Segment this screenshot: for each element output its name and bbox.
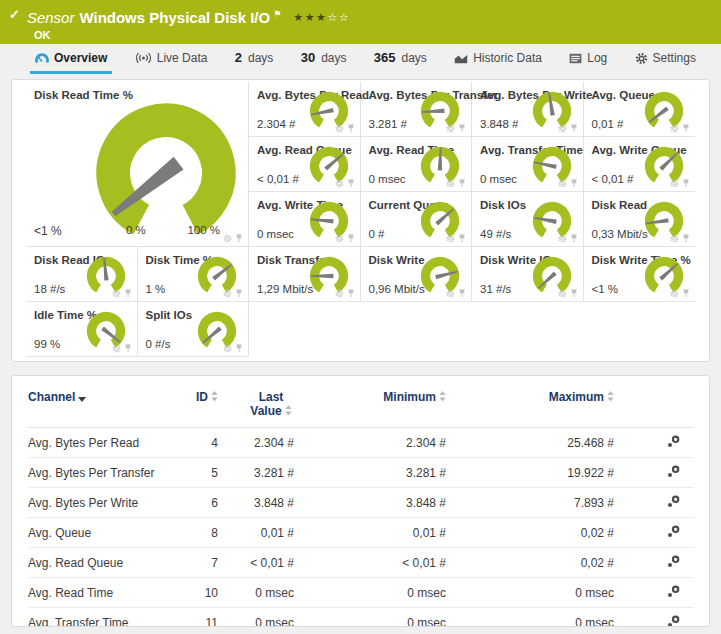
gear-icon[interactable]	[223, 289, 232, 298]
gear-icon[interactable]	[558, 234, 567, 243]
tab-live-data[interactable]: Live Data	[130, 48, 213, 74]
pin-icon[interactable]	[347, 289, 355, 298]
column-header-id[interactable]: ID	[180, 378, 218, 428]
gauge-tile: Disk Time %1 %	[138, 247, 250, 302]
flag-icon[interactable]: ⚑	[273, 9, 281, 19]
gauge-corner-icons	[446, 234, 466, 243]
pin-icon[interactable]	[570, 289, 578, 298]
gear-icon[interactable]	[670, 179, 679, 188]
gear-icon[interactable]	[670, 234, 679, 243]
priority-stars[interactable]: ★★★☆☆	[293, 11, 350, 23]
cell-id: 10	[180, 578, 218, 608]
channel-settings-icon[interactable]	[667, 435, 680, 448]
pin-icon[interactable]	[570, 234, 578, 243]
pin-icon[interactable]	[682, 124, 690, 133]
column-label: Maximum	[549, 390, 604, 404]
channel-settings-icon[interactable]	[667, 555, 680, 568]
tab-label: days	[402, 51, 427, 65]
gear-icon[interactable]	[112, 344, 121, 353]
gear-icon[interactable]	[446, 124, 455, 133]
column-header-min[interactable]: Minimum	[294, 378, 446, 428]
gear-icon[interactable]	[670, 289, 679, 298]
gauge-corner-icons	[335, 234, 355, 243]
gauge-tile: Avg. Bytes Per Read2.304 #	[249, 82, 361, 137]
pin-icon[interactable]	[570, 179, 578, 188]
gauge-value: 2.304 #	[257, 118, 295, 130]
sensor-status-text: OK	[34, 29, 350, 41]
sensor-status-header: ✓ SensorWindows Physical Disk I/O⚑★★★☆☆ …	[0, 0, 721, 44]
gear-icon[interactable]	[558, 179, 567, 188]
column-header-channel[interactable]: Channel	[28, 378, 180, 428]
pin-icon[interactable]	[570, 124, 578, 133]
tab-365-days[interactable]: 365days	[369, 47, 432, 74]
tab-log[interactable]: Log	[564, 48, 612, 74]
gauge-title: Disk Write	[369, 254, 425, 266]
gauge-tile: Avg. Write Queue< 0,01 #	[584, 137, 696, 192]
column-header-max[interactable]: Maximum	[446, 378, 614, 428]
pin-icon[interactable]	[458, 289, 466, 298]
cell-max: 0 msec	[446, 578, 614, 608]
gear-icon[interactable]	[335, 124, 344, 133]
star-filled-icon[interactable]: ★	[316, 11, 327, 23]
column-header-last[interactable]: Last Value	[218, 378, 294, 428]
gear-icon[interactable]	[446, 179, 455, 188]
gear-icon[interactable]	[112, 289, 121, 298]
pin-icon[interactable]	[347, 179, 355, 188]
cell-max: 0,02 #	[446, 548, 614, 578]
gauge-tile: Disk Read0,33 Mbit/s	[584, 192, 696, 247]
pin-icon[interactable]	[347, 124, 355, 133]
gauge-value: < 0,01 #	[592, 173, 634, 185]
gear-icon[interactable]	[223, 234, 232, 243]
pin-icon[interactable]	[124, 344, 132, 353]
cell-edit	[614, 518, 694, 548]
pin-icon[interactable]	[235, 344, 243, 353]
pin-icon[interactable]	[458, 179, 466, 188]
gauge-corner-icons	[335, 289, 355, 298]
tab-30-days[interactable]: 30days	[296, 47, 352, 74]
channel-settings-icon[interactable]	[667, 585, 680, 598]
gear-icon[interactable]	[335, 234, 344, 243]
object-kind-label: Sensor	[27, 9, 75, 26]
gear-icon[interactable]	[446, 234, 455, 243]
tab-settings[interactable]: Settings	[630, 48, 701, 74]
pin-icon[interactable]	[235, 234, 243, 243]
gauge-value: 1 %	[146, 283, 166, 295]
pin-icon[interactable]	[124, 289, 132, 298]
channel-settings-icon[interactable]	[667, 525, 680, 538]
star-empty-icon[interactable]: ☆	[339, 11, 350, 23]
pin-icon[interactable]	[458, 124, 466, 133]
gear-icon[interactable]	[223, 344, 232, 353]
gauge-dial	[530, 254, 574, 294]
channel-settings-icon[interactable]	[667, 465, 680, 478]
pin-icon[interactable]	[682, 179, 690, 188]
gear-icon[interactable]	[558, 289, 567, 298]
gear-icon[interactable]	[670, 124, 679, 133]
gear-icon[interactable]	[335, 289, 344, 298]
log-icon	[569, 53, 582, 64]
tab-overview[interactable]: Overview	[30, 48, 112, 74]
star-filled-icon[interactable]: ★	[293, 11, 304, 23]
gauge-dial	[307, 199, 351, 239]
channel-settings-icon[interactable]	[667, 495, 680, 508]
gauge-tile: Idle Time %99 %	[26, 302, 138, 357]
channel-settings-icon[interactable]	[667, 615, 680, 628]
pin-icon[interactable]	[235, 289, 243, 298]
gauge-corner-icons	[446, 124, 466, 133]
gear-icon[interactable]	[446, 289, 455, 298]
cell-max: 0,02 #	[446, 518, 614, 548]
gear-icon[interactable]	[558, 124, 567, 133]
star-filled-icon[interactable]: ★	[305, 11, 316, 23]
pin-icon[interactable]	[682, 289, 690, 298]
tab-2-days[interactable]: 2days	[230, 47, 279, 74]
gear-icon[interactable]	[335, 179, 344, 188]
star-empty-icon[interactable]: ☆	[327, 11, 338, 23]
pin-icon[interactable]	[682, 234, 690, 243]
cell-last: 3.848 #	[218, 488, 294, 518]
gauge-dial	[642, 144, 686, 184]
pin-icon[interactable]	[458, 234, 466, 243]
tab-historic-data[interactable]: Historic Data	[449, 48, 547, 74]
pin-icon[interactable]	[347, 234, 355, 243]
cell-edit	[614, 548, 694, 578]
gauge-corner-icons	[558, 179, 578, 188]
column-label: Channel	[28, 390, 75, 404]
